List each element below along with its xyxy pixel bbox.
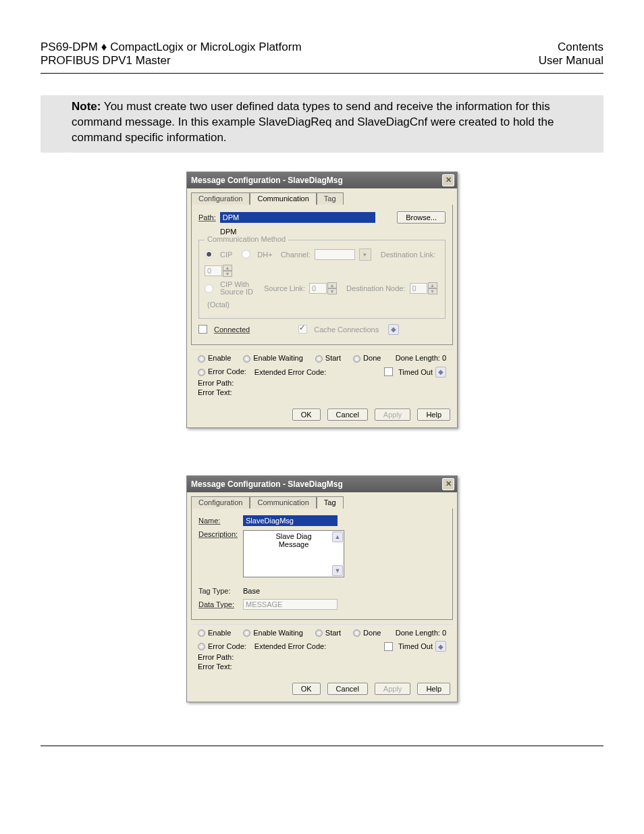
help-button[interactable]: Help [417, 683, 450, 695]
cache-link-icon[interactable]: ◆ [388, 324, 399, 335]
radio-cip-with-src [205, 284, 213, 293]
radio-dhp [242, 250, 250, 259]
source-link-label: Source Link: [264, 284, 305, 292]
led-enable-waiting [243, 355, 250, 363]
help-button[interactable]: Help [417, 409, 450, 421]
timedout-label: Timed Out [398, 368, 433, 376]
name-label: Name: [198, 517, 239, 525]
header-subtitle: PROFIBUS DPV1 Master [41, 54, 302, 68]
data-type-label: Data Type: [198, 600, 239, 608]
done-length-label: Done Length: [396, 354, 440, 362]
done-length-value: 0 [442, 629, 446, 637]
led-done [353, 355, 360, 363]
status-extended-error: Extended Error Code: [254, 368, 326, 376]
led-enable-waiting [243, 629, 250, 637]
timedout-label: Timed Out [398, 642, 433, 650]
led-start [315, 355, 323, 363]
tab-tag[interactable]: Tag [317, 496, 344, 509]
tab-communication[interactable]: Communication [250, 496, 316, 509]
data-type-input: MESSAGE [243, 599, 338, 610]
dialog1-title: Message Configuration - SlaveDiagMsg [191, 176, 343, 185]
apply-button: Apply [375, 683, 411, 695]
dialog2-tabs: Configuration Communication Tag [187, 492, 457, 509]
radio-cip-with-src-label: CIP With Source ID [220, 281, 253, 296]
note-gutter [41, 95, 68, 153]
footer-divider [41, 746, 603, 746]
led-start [315, 629, 323, 637]
checkbox-connected[interactable] [198, 325, 207, 334]
cache-label: Cache Connections [314, 325, 379, 334]
tag-type-value: Base [243, 587, 260, 595]
chevron-down-icon: ▾ [359, 249, 371, 261]
checkbox-timedout[interactable] [384, 367, 393, 376]
dialog2-title: Message Configuration - SlaveDiagMsg [191, 479, 343, 489]
ok-button[interactable]: OK [292, 683, 321, 695]
dest-node-spinner: 0 ▲▼ [410, 282, 437, 294]
checkbox-cache [298, 325, 307, 334]
status-enable-waiting: Enable Waiting [253, 629, 303, 637]
radio-cip-label: CIP [220, 251, 232, 259]
cancel-button[interactable]: Cancel [327, 409, 368, 421]
description-value: Slave Diag Message [246, 532, 341, 548]
status-enable-waiting: Enable Waiting [253, 354, 303, 362]
status-extended-error: Extended Error Code: [254, 642, 326, 650]
tab-tag[interactable]: Tag [317, 192, 344, 205]
dialog-msgconfig-tag: Message Configuration - SlaveDiagMsg ✕ C… [186, 475, 458, 703]
done-length-label: Done Length: [396, 629, 440, 637]
led-error [198, 369, 205, 376]
header-platform: CompactLogix or MicroLogix Platform [110, 41, 301, 53]
dialog1-tabs: Configuration Communication Tag [187, 188, 457, 205]
done-length-value: 0 [442, 354, 446, 362]
close-icon[interactable]: ✕ [442, 174, 454, 186]
status-enable: Enable [208, 354, 231, 362]
connected-label: Connected [214, 325, 250, 334]
close-icon[interactable]: ✕ [442, 478, 454, 490]
cancel-button[interactable]: Cancel [327, 683, 368, 695]
note-label: Note: [72, 100, 101, 113]
status-done: Done [363, 629, 381, 637]
status-done: Done [363, 354, 381, 362]
octal-label: (Octal) [207, 301, 230, 309]
tag-type-label: Tag Type: [198, 587, 239, 595]
header-product: PS69-DPM [41, 41, 98, 53]
status-error-path: Error Path: [198, 653, 446, 661]
timedout-link-icon[interactable]: ◆ [435, 641, 446, 652]
ok-button[interactable]: OK [292, 409, 321, 421]
path-input[interactable]: DPM [220, 212, 375, 223]
header-divider [41, 73, 603, 74]
status-error-path: Error Path: [198, 379, 446, 387]
status-error-code: Error Code: [208, 367, 246, 375]
header-sep: ♦ [98, 41, 110, 53]
header-contents: Contents [539, 41, 603, 54]
tab-configuration[interactable]: Configuration [191, 496, 250, 509]
checkbox-timedout[interactable] [384, 642, 393, 651]
led-error [198, 643, 205, 650]
status-start: Start [325, 354, 341, 362]
dest-node-label: Destination Node: [346, 284, 405, 292]
led-done [353, 629, 360, 637]
status-start: Start [325, 629, 341, 637]
header-usermanual: User Manual [539, 54, 603, 68]
scroll-down-icon[interactable]: ▼ [332, 565, 343, 576]
group-title: Communication Method [205, 235, 288, 243]
timedout-link-icon[interactable]: ◆ [435, 367, 446, 377]
note-text: You must create two user defined data ty… [72, 100, 554, 144]
led-enable [198, 355, 205, 363]
radio-dhp-label: DH+ [257, 251, 272, 259]
path-label: Path: [198, 213, 216, 221]
scroll-up-icon[interactable]: ▲ [332, 531, 343, 542]
apply-button: Apply [375, 409, 411, 421]
tab-communication[interactable]: Communication [250, 192, 316, 205]
dialog-msgconfig-communication: Message Configuration - SlaveDiagMsg ✕ C… [186, 172, 458, 428]
name-input[interactable]: SlaveDiagMsg [243, 515, 338, 526]
dest-link-label: Destination Link: [381, 251, 435, 259]
browse-button[interactable]: Browse... [397, 211, 446, 224]
status-error-text: Error Text: [198, 388, 446, 396]
dest-link-spinner: 0 ▲▼ [205, 265, 232, 277]
channel-label: Channel: [281, 251, 311, 259]
led-enable [198, 629, 205, 637]
note-block: Note: You must create two user defined d… [41, 95, 603, 153]
description-textarea[interactable]: Slave Diag Message ▲ ▼ [243, 530, 344, 577]
tab-configuration[interactable]: Configuration [191, 192, 250, 205]
description-label: Description: [198, 530, 239, 538]
